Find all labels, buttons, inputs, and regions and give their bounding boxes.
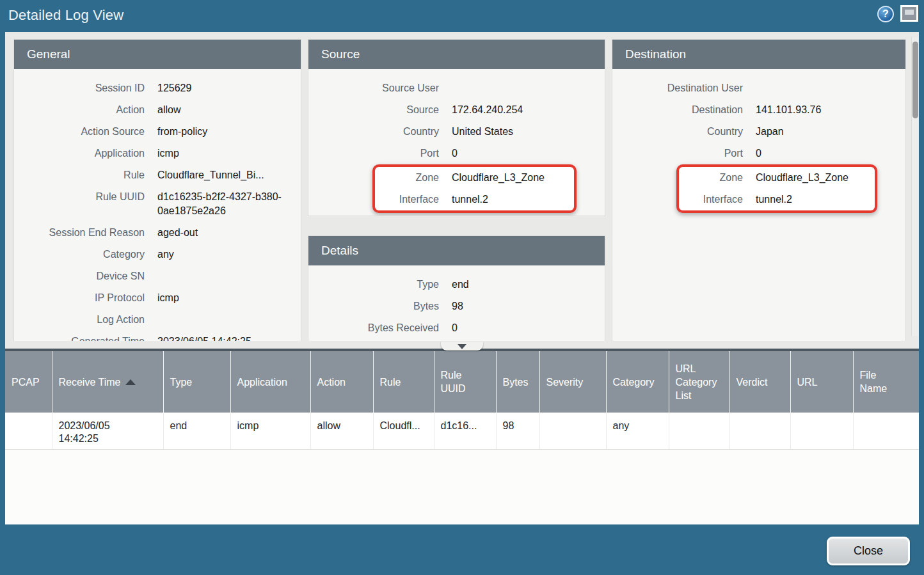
col-header-label: Rule UUID [441,368,475,395]
col-header-text: Receive Time [59,377,121,388]
cell-pcap[interactable] [5,413,52,450]
general-panel-title: General [14,40,301,69]
chevron-down-icon [458,344,466,349]
cell-url[interactable] [790,413,853,450]
cell-action[interactable]: allow [310,413,373,450]
field-label: Country [308,125,439,139]
field-value [452,81,598,95]
col-header-rule-uuid[interactable]: Rule UUID [434,351,496,413]
cell-type[interactable]: end [163,413,230,450]
log-table: PCAP Receive Time Type Application Actio… [5,351,919,450]
field-row-type: Type end [308,274,605,295]
col-header-verdict[interactable]: Verdict [729,351,790,413]
field-label: Interface [375,193,439,207]
field-row-log-action: Log Action [14,309,301,331]
restore-window-icon[interactable] [900,5,918,22]
cell-rule-uuid[interactable]: d1c16... [434,413,496,450]
field-label: Destination [612,103,743,117]
field-label: Device SN [14,269,145,283]
field-label: Zone [375,171,439,185]
col-header-url-category-list[interactable]: URL Category List [669,351,729,413]
log-table-area: PCAP Receive Time Type Application Actio… [5,349,919,524]
field-row-action-source: Action Source from-policy [14,121,301,143]
cell-severity[interactable] [539,413,606,450]
cell-receive-time[interactable]: 2023/06/05 14:42:25 [52,413,163,450]
field-value: 141.101.93.76 [756,103,899,117]
field-row-destination-interface: Interface tunnel.2 [679,189,875,210]
field-label: Application [14,146,145,161]
source-panel-body: Source User Source 172.64.240.254 Countr… [308,69,605,213]
field-value: aged-out [157,226,294,240]
dialog-content: General Session ID 125629 Action allow A… [5,32,919,524]
field-value: icmp [157,146,294,161]
help-icon[interactable]: ? [877,6,894,22]
field-label: Rule UUID [14,190,145,218]
cell-rule[interactable]: Cloudfl... [373,413,434,450]
field-row-source-zone: Zone Cloudflare_L3_Zone [375,167,574,189]
col-header-label: PCAP [12,375,48,389]
cell-file-name[interactable] [853,413,919,450]
col-header-severity[interactable]: Severity [539,351,606,413]
panels-scrollbar-thumb[interactable] [912,42,918,118]
col-header-bytes[interactable]: Bytes [496,351,539,413]
field-label: Category [14,248,145,262]
field-label: Zone [679,171,743,185]
detail-panels-section: General Session ID 125629 Action allow A… [5,32,919,341]
col-header-category[interactable]: Category [606,351,669,413]
field-row-destination: Destination 141.101.93.76 [612,99,905,121]
field-label: Source User [308,81,439,95]
col-header-label: Category [613,375,665,389]
col-header-rule[interactable]: Rule [373,351,434,413]
col-header-url[interactable]: URL [790,351,853,413]
panels-scrollbar[interactable] [911,37,918,336]
close-button[interactable]: Close [827,537,910,565]
cell-url-category-list[interactable] [669,413,729,450]
field-label: Rule [14,168,145,182]
cell-text: 2023/06/05 14:42:25 [59,420,120,445]
field-row-application: Application icmp [14,143,301,164]
field-value [157,269,294,283]
sort-ascending-icon [125,379,136,385]
col-header-receive-time[interactable]: Receive Time [52,351,163,413]
collapse-table-handle[interactable] [441,342,483,351]
cell-bytes[interactable]: 98 [496,413,539,450]
destination-panel-title: Destination [612,40,905,69]
field-value: icmp [157,291,294,305]
field-row-destination-user: Destination User [612,77,905,99]
col-header-type[interactable]: Type [163,351,230,413]
field-row-rule-uuid: Rule UUID d1c16235-b2f2-4327-b380-0ae187… [14,186,301,222]
cell-verdict[interactable] [729,413,790,450]
field-value [157,313,294,327]
field-row-destination-zone: Zone Cloudflare_L3_Zone [679,167,875,189]
cell-category[interactable]: any [606,413,669,450]
field-row-rule: Rule Cloudflare_Tunnel_Bi... [14,164,301,186]
field-row-session-id: Session ID 125629 [14,77,301,99]
col-header-label: URL [797,375,849,389]
field-value: end [452,278,598,292]
col-header-action[interactable]: Action [310,351,373,413]
restore-window-icon-bar [905,10,914,15]
details-panel-title: Details [308,236,605,265]
cell-application[interactable]: icmp [230,413,310,450]
field-value: Japan [756,125,899,139]
general-panel-body: Session ID 125629 Action allow Action So… [14,69,301,341]
col-header-label: Type [170,375,227,389]
field-value: allow [157,103,294,117]
col-header-label: Application [237,375,307,389]
col-header-application[interactable]: Application [230,351,310,413]
field-row-generated-time: Generated Time 2023/06/05 14:42:25 [14,331,301,341]
field-row-source: Source 172.64.240.254 [308,99,605,121]
field-value: d1c16235-b2f2-4327-b380-0ae1875e2a26 [157,190,294,218]
col-header-file-name[interactable]: File Name [853,351,919,413]
field-value: 172.64.240.254 [452,103,598,117]
field-label: Action Source [14,125,145,139]
col-header-pcap[interactable]: PCAP [5,351,52,413]
log-table-header-row: PCAP Receive Time Type Application Actio… [5,351,919,413]
details-panel: Details Type end Bytes 98 Bytes Received… [308,236,605,341]
field-label: Source [308,103,439,117]
col-header-label: Bytes [503,375,536,389]
log-table-row[interactable]: 2023/06/05 14:42:25 end icmp allow Cloud… [5,413,919,450]
field-value: 125629 [157,81,294,95]
general-panel: General Session ID 125629 Action allow A… [14,40,301,341]
field-value: Cloudflare_L3_Zone [756,171,872,185]
